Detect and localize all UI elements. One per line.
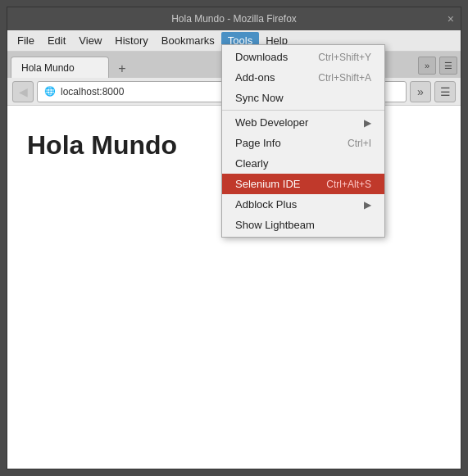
menu-item-selenium-ide[interactable]: Selenium IDE Ctrl+Alt+S [222,174,384,194]
menu-item-lightbeam[interactable]: Show Lightbeam [222,215,384,235]
menu-bookmarks[interactable]: Bookmarks [155,32,221,49]
new-tab-button[interactable]: + [112,60,132,78]
menu-item-addons-shortcut: Ctrl+Shift+A [318,72,371,84]
close-button[interactable]: × [448,12,454,25]
back-icon: ◀ [19,85,28,98]
menu-item-adblock-label: Adblock Plus [235,198,297,211]
submenu-arrow-icon: ▶ [364,117,371,129]
tools-menu: Downloads Ctrl+Shift+Y Add-ons Ctrl+Shif… [221,44,385,238]
menu-item-page-info-shortcut: Ctrl+I [348,138,371,149]
menu-item-page-info[interactable]: Page Info Ctrl+I [222,133,384,153]
menu-item-selenium-ide-shortcut: Ctrl+Alt+S [326,179,371,190]
menu-item-web-developer-label: Web Developer [235,116,308,129]
tab-scroll-button[interactable]: » [418,57,436,75]
menu-item-selenium-ide-label: Selenium IDE [235,178,300,190]
tab-bar-right: » ☰ [418,57,457,75]
back-button[interactable]: ◀ [12,81,34,102]
menu-item-downloads[interactable]: Downloads Ctrl+Shift+Y [222,47,384,67]
title-bar: Hola Mundo - Mozilla Firefox × [7,7,461,30]
window-title: Hola Mundo - Mozilla Firefox [171,13,297,25]
menu-icon: ☰ [440,85,451,98]
favicon-icon: 🌐 [44,86,56,97]
menu-item-page-info-label: Page Info [235,137,281,149]
menu-view[interactable]: View [72,32,108,49]
more-tools-button[interactable]: » [410,81,431,102]
url-text: localhost:8000 [61,86,124,97]
menu-item-addons[interactable]: Add-ons Ctrl+Shift+A [222,67,384,88]
more-icon: » [417,85,424,98]
open-menu-button[interactable]: ☰ [434,81,456,102]
separator-1 [222,110,384,111]
tools-dropdown: Downloads Ctrl+Shift+Y Add-ons Ctrl+Shif… [221,44,385,238]
menu-item-adblock[interactable]: Adblock Plus ▶ [222,194,384,215]
menu-item-clearly-label: Clearly [235,157,268,170]
menu-item-lightbeam-label: Show Lightbeam [235,219,315,231]
menu-edit[interactable]: Edit [41,32,72,49]
menu-item-clearly[interactable]: Clearly [222,153,384,174]
menu-item-sync[interactable]: Sync Now [222,88,384,108]
menu-file[interactable]: File [11,32,41,49]
adblock-arrow-icon: ▶ [364,199,371,211]
tab-label: Hola Mundo [21,62,75,74]
more-tabs-icon: » [425,61,429,70]
hamburger-icon: ☰ [444,61,452,71]
menu-item-downloads-label: Downloads [235,51,288,63]
menu-item-addons-label: Add-ons [235,71,275,84]
menu-item-web-developer[interactable]: Web Developer ▶ [222,112,384,133]
menu-history[interactable]: History [108,32,154,49]
menu-item-downloads-shortcut: Ctrl+Shift+Y [318,52,371,63]
tab-menu-button[interactable]: ☰ [439,57,457,75]
browser-tab[interactable]: Hola Mundo [11,57,109,78]
menu-item-sync-label: Sync Now [235,92,284,104]
